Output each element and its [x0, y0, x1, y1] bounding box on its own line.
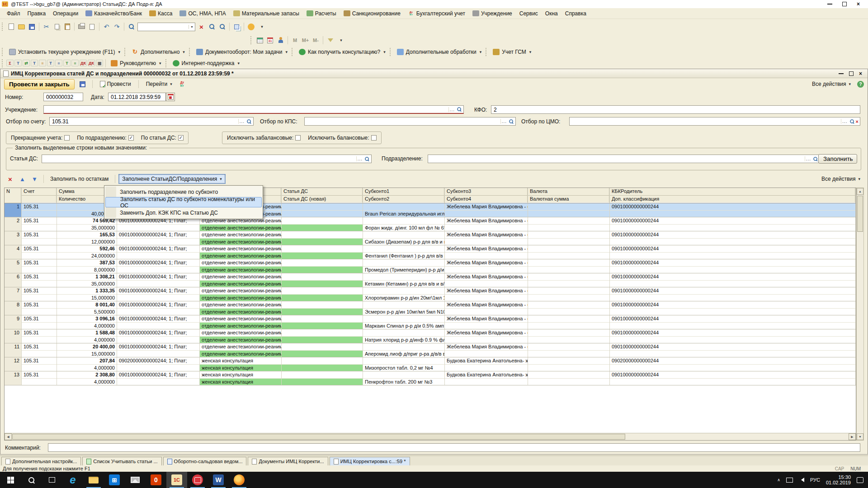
cell-kbk[interactable]: 09010000000000244 [610, 217, 856, 231]
column-header[interactable]: Доп. классификация [610, 195, 855, 202]
cell-sub12[interactable]: Хлоропирамин р-р д/ин 20мг\1мл 1мл N5 [363, 287, 445, 301]
table-settings-icon[interactable]: T [14, 60, 22, 66]
cmo-filter-select-button[interactable]: ... [841, 119, 848, 124]
cell-dept[interactable]: женская консультацияженская консультация [200, 371, 282, 385]
cell-line-1[interactable]: 09010000000000244; 1; Плат; [117, 231, 199, 238]
dtkt-button[interactable]: ДтКт [178, 80, 187, 89]
horizontal-scrollbar[interactable]: ◀ ▶ [5, 433, 856, 440]
cell-currency[interactable] [528, 343, 610, 357]
cell-account[interactable]: 105.31 [22, 245, 57, 259]
cell-account[interactable]: 105.31 [22, 259, 57, 273]
cell-line-2[interactable] [22, 224, 57, 231]
display-icon[interactable] [786, 478, 793, 483]
cell-sum[interactable]: 2 308,804,000000 [57, 371, 117, 385]
cell-line-2[interactable] [117, 336, 199, 343]
cell-line-1[interactable] [363, 301, 444, 308]
cell-dept[interactable]: отделение анестезиологии-реанимацииотдел… [200, 315, 282, 329]
notifications-icon[interactable] [857, 477, 863, 483]
cell-line-2[interactable]: отделение анестезиологии-реанимации [200, 350, 281, 357]
menu-item-institution[interactable]: Учреждение [469, 9, 515, 18]
cell-line-1[interactable]: 105.31 [22, 315, 57, 322]
cell-line-2[interactable] [528, 308, 609, 315]
cell-kps[interactable]: 09010000000000244; 1; Плат; [117, 245, 200, 259]
cell-line-1[interactable] [528, 315, 609, 322]
cell-line-1[interactable] [282, 203, 363, 210]
cut-button[interactable]: ✂ [41, 22, 52, 32]
cell-line-2[interactable] [445, 364, 528, 371]
doc-minimize-button[interactable] [839, 73, 844, 74]
cell-line-1[interactable]: 09010000000000244; 1; Плат; [117, 315, 199, 322]
cell-n[interactable]: 7 [5, 287, 22, 301]
cell-n[interactable]: 1 [5, 203, 22, 217]
cell-line-2[interactable] [445, 224, 528, 231]
window-tab-2[interactable]: Список Учитывать статьи ... [82, 457, 161, 465]
panel-button-6[interactable]: Учет ГСМ▾ [490, 47, 534, 56]
cell-line-2[interactable] [528, 294, 609, 301]
cell-kbk[interactable]: 09010000000000244 [610, 343, 856, 357]
vertical-scrollbar[interactable]: ▲ ▼ [856, 188, 864, 441]
grid-icon[interactable]: ▦ [96, 60, 103, 66]
cell-line-1[interactable]: 09010000000000244 [610, 371, 855, 378]
cell-sub34[interactable]: Жебелева Мария Владимировна - отде... [445, 301, 528, 315]
cell-dept[interactable]: отделение анестезиологии-реанимацииотдел… [200, 287, 282, 301]
cell-line-2[interactable] [445, 238, 528, 245]
article-input[interactable] [43, 155, 355, 163]
row-number[interactable]: 11 [5, 343, 21, 357]
cell-line-1[interactable]: 09010000000000244; 1; Плат; [117, 259, 199, 266]
cell-sub34[interactable]: Жебелева Мария Владимировна - отде... [445, 217, 528, 231]
cell-account[interactable]: 105.31 [22, 343, 57, 357]
cell-line-1[interactable]: 105.31 [22, 287, 57, 294]
menu-item-help[interactable]: Справка [562, 9, 590, 18]
cell-line-2[interactable] [445, 210, 528, 217]
cell-sub34[interactable]: Жебелева Мария Владимировна - отде... [445, 329, 528, 343]
cell-kps[interactable]: 09010000000000244; 1; Плат; [117, 301, 200, 315]
cell-line-2[interactable] [22, 378, 57, 385]
cell-line-1[interactable]: 2 308,80 [57, 371, 117, 378]
cell-line-2[interactable] [610, 280, 855, 287]
row-number[interactable]: 12 [5, 357, 21, 371]
cell-sub12[interactable]: Фентанил (Фентанил ) р-р для в/в и в... [363, 245, 445, 259]
context-menu-item-3[interactable]: Заменить Доп. КЭК КПС на Статью ДС [105, 207, 262, 218]
dk-icon[interactable]: ДК [88, 60, 95, 66]
cell-line-2[interactable] [445, 294, 528, 301]
cell-line-1[interactable]: Жебелева Мария Владимировна - отде... [445, 329, 528, 336]
cell-kps[interactable]: 09010000000000244; 1; Плат; [117, 371, 200, 385]
menu-item-settlements[interactable]: Расчеты [303, 9, 340, 18]
cell-line-2[interactable] [445, 350, 528, 357]
cell-line-2[interactable] [528, 350, 609, 357]
cell-line-1[interactable] [528, 217, 609, 224]
cell-line-1[interactable]: 1 333,35 [57, 287, 117, 294]
cell-line-2[interactable]: 24,000000 [57, 252, 117, 259]
column-header[interactable] [22, 195, 57, 202]
cell-sub34[interactable]: Жебелева Мария Владимировна - отде... [445, 273, 528, 287]
scroll-down-icon[interactable]: ▼ [857, 433, 863, 440]
cell-line-2[interactable] [610, 308, 855, 315]
vertical-scroll-thumb[interactable] [857, 196, 863, 232]
cell-line-2[interactable] [610, 252, 855, 259]
cell-line-1[interactable] [282, 315, 363, 322]
cell-sub34[interactable]: Жебелева Мария Владимировна - отде... [445, 203, 528, 217]
column-header[interactable]: Субконто3 [445, 188, 528, 195]
find-button[interactable] [126, 22, 137, 32]
cell-line-1[interactable]: 09010000000000244 [610, 343, 855, 350]
cell-line-1[interactable]: 105.31 [22, 203, 57, 210]
taskbar-task-view-button[interactable] [42, 472, 62, 488]
open-button[interactable] [16, 22, 27, 32]
cell-sum[interactable]: 3 096,164,000000 [57, 315, 117, 329]
taskbar-search-button[interactable] [21, 472, 42, 488]
column-header[interactable]: Валюта [528, 188, 609, 195]
cell-line-1[interactable]: 09010000000000244; 1; Плат; [117, 343, 199, 350]
cell-kbk[interactable]: 09010000000000244 [610, 301, 856, 315]
cell-line-1[interactable]: отделение анестезиологии-реанимации [200, 273, 281, 280]
row-number[interactable]: 13 [5, 371, 21, 385]
row-number[interactable]: 10 [5, 329, 21, 343]
account-filter-search-icon[interactable] [247, 119, 251, 124]
cell-line-2[interactable]: Пенкрофтон табл. 200 мг №3 [363, 378, 444, 385]
cell-line-2[interactable]: отделение анестезиологии-реанимации [200, 280, 281, 287]
cell-kbk[interactable]: 09010000000000244 [610, 287, 856, 301]
taskbar-word-button[interactable]: W [208, 472, 229, 488]
table-row[interactable]: 11105.3120 400,0015,00000009010000000000… [5, 343, 856, 357]
cell-n[interactable]: 4 [5, 245, 22, 259]
all-actions-button[interactable]: Все действия▾ [809, 80, 854, 89]
cell-line-2[interactable]: отделение анестезиологии-реанимации [200, 238, 281, 245]
